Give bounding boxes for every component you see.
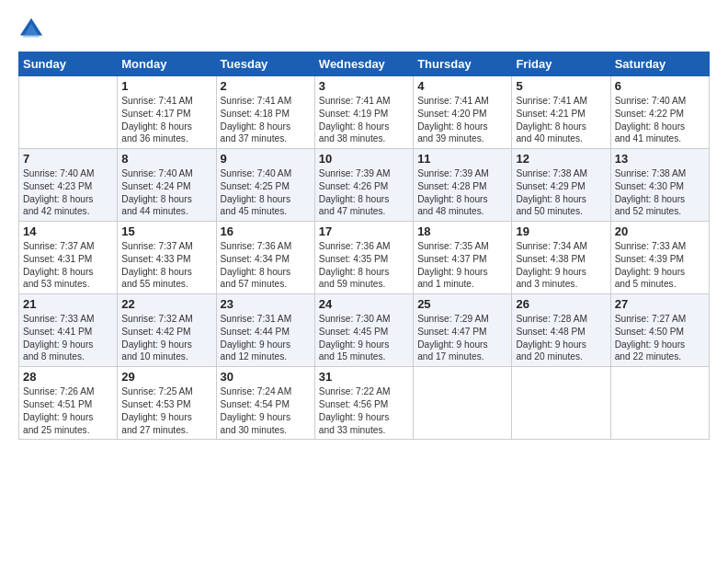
day-info: Sunrise: 7:25 AM Sunset: 4:53 PM Dayligh… xyxy=(121,385,211,436)
weekday-header-sunday: Sunday xyxy=(19,52,118,76)
day-number: 17 xyxy=(319,224,409,238)
day-info: Sunrise: 7:41 AM Sunset: 4:20 PM Dayligh… xyxy=(417,95,507,145)
calendar-cell: 8Sunrise: 7:40 AM Sunset: 4:24 PM Daylig… xyxy=(118,149,216,222)
day-number: 23 xyxy=(221,297,311,311)
day-info: Sunrise: 7:33 AM Sunset: 4:39 PM Dayligh… xyxy=(615,240,705,291)
day-number: 8 xyxy=(121,152,211,166)
week-row-0: 1Sunrise: 7:41 AM Sunset: 4:17 PM Daylig… xyxy=(19,76,710,149)
calendar-cell: 31Sunrise: 7:22 AM Sunset: 4:56 PM Dayli… xyxy=(314,367,413,440)
day-number: 21 xyxy=(23,297,113,311)
page: SundayMondayTuesdayWednesdayThursdayFrid… xyxy=(0,0,728,563)
day-info: Sunrise: 7:39 AM Sunset: 4:28 PM Dayligh… xyxy=(417,167,507,218)
calendar-cell: 14Sunrise: 7:37 AM Sunset: 4:31 PM Dayli… xyxy=(19,222,118,294)
calendar-cell xyxy=(512,367,610,440)
day-info: Sunrise: 7:40 AM Sunset: 4:25 PM Dayligh… xyxy=(221,167,311,218)
calendar-cell: 2Sunrise: 7:41 AM Sunset: 4:18 PM Daylig… xyxy=(216,76,314,149)
day-number: 2 xyxy=(221,79,311,93)
day-info: Sunrise: 7:40 AM Sunset: 4:23 PM Dayligh… xyxy=(23,167,113,218)
day-info: Sunrise: 7:40 AM Sunset: 4:24 PM Dayligh… xyxy=(121,167,211,218)
day-number: 9 xyxy=(221,152,311,166)
day-number: 26 xyxy=(516,297,606,311)
calendar-cell: 28Sunrise: 7:26 AM Sunset: 4:51 PM Dayli… xyxy=(19,367,118,440)
day-number: 4 xyxy=(417,79,507,93)
calendar-cell: 22Sunrise: 7:32 AM Sunset: 4:42 PM Dayli… xyxy=(118,294,216,367)
calendar-cell: 11Sunrise: 7:39 AM Sunset: 4:28 PM Dayli… xyxy=(414,149,512,222)
calendar-cell: 12Sunrise: 7:38 AM Sunset: 4:29 PM Dayli… xyxy=(512,149,610,222)
day-number: 31 xyxy=(319,370,409,384)
day-number: 11 xyxy=(417,152,507,166)
day-info: Sunrise: 7:41 AM Sunset: 4:21 PM Dayligh… xyxy=(516,95,606,145)
calendar-cell xyxy=(414,367,512,440)
calendar-cell: 13Sunrise: 7:38 AM Sunset: 4:30 PM Dayli… xyxy=(610,149,709,222)
week-row-3: 21Sunrise: 7:33 AM Sunset: 4:41 PM Dayli… xyxy=(19,294,710,367)
day-number: 13 xyxy=(615,152,705,166)
day-info: Sunrise: 7:22 AM Sunset: 4:56 PM Dayligh… xyxy=(319,385,409,436)
calendar-cell: 7Sunrise: 7:40 AM Sunset: 4:23 PM Daylig… xyxy=(19,149,118,222)
day-info: Sunrise: 7:37 AM Sunset: 4:33 PM Dayligh… xyxy=(121,240,211,291)
weekday-header-monday: Monday xyxy=(118,52,216,76)
calendar-table: SundayMondayTuesdayWednesdayThursdayFrid… xyxy=(18,52,710,440)
day-number: 14 xyxy=(23,224,113,238)
calendar-cell: 26Sunrise: 7:28 AM Sunset: 4:48 PM Dayli… xyxy=(512,294,610,367)
day-info: Sunrise: 7:37 AM Sunset: 4:31 PM Dayligh… xyxy=(23,240,113,291)
day-number: 3 xyxy=(319,79,409,93)
calendar-cell: 17Sunrise: 7:36 AM Sunset: 4:35 PM Dayli… xyxy=(314,222,413,294)
calendar-cell: 3Sunrise: 7:41 AM Sunset: 4:19 PM Daylig… xyxy=(314,76,413,149)
day-info: Sunrise: 7:35 AM Sunset: 4:37 PM Dayligh… xyxy=(417,240,507,291)
day-info: Sunrise: 7:30 AM Sunset: 4:45 PM Dayligh… xyxy=(319,313,409,363)
day-number: 16 xyxy=(221,224,311,238)
week-row-1: 7Sunrise: 7:40 AM Sunset: 4:23 PM Daylig… xyxy=(19,149,710,222)
day-number: 29 xyxy=(121,370,211,384)
day-info: Sunrise: 7:26 AM Sunset: 4:51 PM Dayligh… xyxy=(23,385,113,436)
day-number: 12 xyxy=(516,152,606,166)
calendar-cell: 1Sunrise: 7:41 AM Sunset: 4:17 PM Daylig… xyxy=(118,76,216,149)
day-info: Sunrise: 7:41 AM Sunset: 4:19 PM Dayligh… xyxy=(319,95,409,145)
day-info: Sunrise: 7:36 AM Sunset: 4:34 PM Dayligh… xyxy=(221,240,311,291)
day-number: 5 xyxy=(516,79,606,93)
day-info: Sunrise: 7:40 AM Sunset: 4:22 PM Dayligh… xyxy=(615,95,705,145)
weekday-header-thursday: Thursday xyxy=(414,52,512,76)
day-number: 20 xyxy=(615,224,705,238)
day-number: 1 xyxy=(121,79,211,93)
week-row-2: 14Sunrise: 7:37 AM Sunset: 4:31 PM Dayli… xyxy=(19,222,710,294)
calendar-cell: 16Sunrise: 7:36 AM Sunset: 4:34 PM Dayli… xyxy=(216,222,314,294)
calendar-cell: 25Sunrise: 7:29 AM Sunset: 4:47 PM Dayli… xyxy=(414,294,512,367)
day-number: 28 xyxy=(23,370,113,384)
day-info: Sunrise: 7:34 AM Sunset: 4:38 PM Dayligh… xyxy=(516,240,606,291)
day-info: Sunrise: 7:38 AM Sunset: 4:30 PM Dayligh… xyxy=(615,167,705,218)
day-info: Sunrise: 7:41 AM Sunset: 4:18 PM Dayligh… xyxy=(221,95,311,145)
calendar-cell: 23Sunrise: 7:31 AM Sunset: 4:44 PM Dayli… xyxy=(216,294,314,367)
day-number: 19 xyxy=(516,224,606,238)
logo-icon xyxy=(18,17,44,42)
weekday-header-wednesday: Wednesday xyxy=(314,52,413,76)
day-number: 24 xyxy=(319,297,409,311)
calendar-cell: 24Sunrise: 7:30 AM Sunset: 4:45 PM Dayli… xyxy=(314,294,413,367)
calendar-cell: 30Sunrise: 7:24 AM Sunset: 4:54 PM Dayli… xyxy=(216,367,314,440)
calendar-cell: 19Sunrise: 7:34 AM Sunset: 4:38 PM Dayli… xyxy=(512,222,610,294)
day-number: 18 xyxy=(417,224,507,238)
day-info: Sunrise: 7:38 AM Sunset: 4:29 PM Dayligh… xyxy=(516,167,606,218)
day-number: 30 xyxy=(221,370,311,384)
calendar-cell: 10Sunrise: 7:39 AM Sunset: 4:26 PM Dayli… xyxy=(314,149,413,222)
calendar-cell: 5Sunrise: 7:41 AM Sunset: 4:21 PM Daylig… xyxy=(512,76,610,149)
calendar-cell: 4Sunrise: 7:41 AM Sunset: 4:20 PM Daylig… xyxy=(414,76,512,149)
calendar-cell: 6Sunrise: 7:40 AM Sunset: 4:22 PM Daylig… xyxy=(610,76,709,149)
calendar-cell: 9Sunrise: 7:40 AM Sunset: 4:25 PM Daylig… xyxy=(216,149,314,222)
day-number: 7 xyxy=(23,152,113,166)
calendar-cell: 29Sunrise: 7:25 AM Sunset: 4:53 PM Dayli… xyxy=(118,367,216,440)
day-info: Sunrise: 7:41 AM Sunset: 4:17 PM Dayligh… xyxy=(121,95,211,145)
day-number: 27 xyxy=(615,297,705,311)
calendar-cell: 27Sunrise: 7:27 AM Sunset: 4:50 PM Dayli… xyxy=(610,294,709,367)
weekday-header-friday: Friday xyxy=(512,52,610,76)
weekday-header-tuesday: Tuesday xyxy=(216,52,314,76)
day-info: Sunrise: 7:29 AM Sunset: 4:47 PM Dayligh… xyxy=(417,313,507,363)
logo xyxy=(18,17,46,42)
calendar-cell: 18Sunrise: 7:35 AM Sunset: 4:37 PM Dayli… xyxy=(414,222,512,294)
weekday-header-row: SundayMondayTuesdayWednesdayThursdayFrid… xyxy=(19,52,710,76)
day-info: Sunrise: 7:36 AM Sunset: 4:35 PM Dayligh… xyxy=(319,240,409,291)
calendar-cell: 15Sunrise: 7:37 AM Sunset: 4:33 PM Dayli… xyxy=(118,222,216,294)
day-number: 6 xyxy=(615,79,705,93)
day-number: 25 xyxy=(417,297,507,311)
day-number: 22 xyxy=(121,297,211,311)
day-info: Sunrise: 7:24 AM Sunset: 4:54 PM Dayligh… xyxy=(221,385,311,436)
